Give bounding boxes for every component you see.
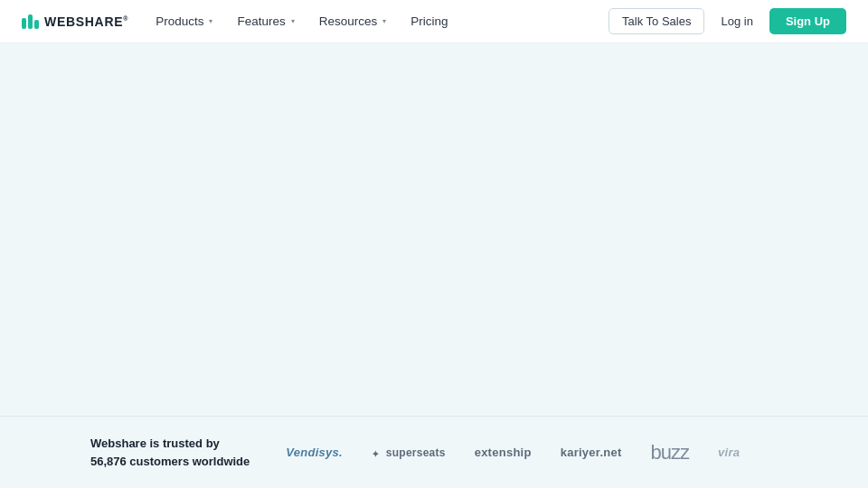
trust-logos: Vendisys. superseats extenship kariyer.n… bbox=[286, 441, 778, 465]
logo-bar-1 bbox=[22, 18, 26, 29]
main-content bbox=[0, 43, 868, 416]
brand-vira: vira bbox=[718, 446, 740, 459]
nav-actions: Talk To Sales Log in Sign Up bbox=[609, 8, 846, 34]
products-chevron-icon: ▾ bbox=[206, 17, 215, 26]
features-chevron-icon: ▾ bbox=[288, 17, 297, 26]
brand-vendisys: Vendisys. bbox=[286, 446, 343, 459]
nav-features[interactable]: Features ▾ bbox=[228, 9, 306, 33]
logo-icon bbox=[22, 14, 39, 29]
trust-bar: Webshare is trusted by 56,876 customers … bbox=[0, 416, 868, 488]
navbar: WEBSHARE® Products ▾ Features ▾ Resource… bbox=[0, 0, 868, 43]
superseats-star-icon bbox=[372, 447, 382, 458]
login-button[interactable]: Log in bbox=[712, 9, 761, 33]
nav-pricing[interactable]: Pricing bbox=[401, 9, 457, 33]
brand-superseats: superseats bbox=[372, 446, 446, 459]
brand-kariyer: kariyer.net bbox=[561, 446, 622, 459]
logo-text: WEBSHARE® bbox=[44, 14, 128, 29]
nav-resources[interactable]: Resources ▾ bbox=[310, 9, 399, 33]
nav-products[interactable]: Products ▾ bbox=[146, 9, 224, 33]
logo[interactable]: WEBSHARE® bbox=[22, 14, 128, 29]
talk-to-sales-button[interactable]: Talk To Sales bbox=[609, 8, 704, 34]
nav-links: Products ▾ Features ▾ Resources ▾ Pricin… bbox=[146, 9, 601, 33]
resources-chevron-icon: ▾ bbox=[380, 17, 389, 26]
logo-bar-3 bbox=[34, 20, 39, 29]
signup-button[interactable]: Sign Up bbox=[769, 8, 846, 34]
brand-buzz: buzz bbox=[651, 441, 689, 465]
brand-extenship: extenship bbox=[475, 446, 532, 459]
logo-bar-2 bbox=[28, 14, 33, 29]
trust-text: Webshare is trusted by 56,876 customers … bbox=[90, 435, 250, 470]
